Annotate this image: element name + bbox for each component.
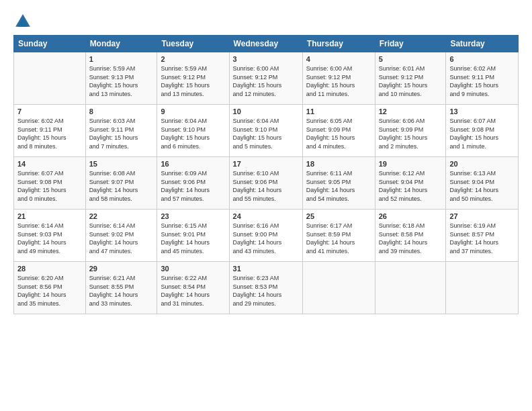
day-number: 9: [161, 107, 225, 116]
calendar-cell: 12Sunrise: 6:06 AM Sunset: 9:09 PM Dayli…: [375, 105, 446, 157]
calendar-cell: 3Sunrise: 6:00 AM Sunset: 9:12 PM Daylig…: [229, 52, 302, 105]
calendar-cell: [375, 262, 446, 314]
day-number: 6: [449, 55, 515, 63]
calendar-cell: 31Sunrise: 6:23 AM Sunset: 8:53 PM Dayli…: [229, 262, 302, 314]
day-number: 5: [379, 55, 443, 63]
calendar-table: SundayMondayTuesdayWednesdayThursdayFrid…: [13, 35, 519, 314]
day-header: Tuesday: [157, 36, 229, 52]
calendar-cell: 16Sunrise: 6:09 AM Sunset: 9:06 PM Dayli…: [157, 157, 229, 210]
calendar-cell: 23Sunrise: 6:15 AM Sunset: 9:01 PM Dayli…: [157, 210, 229, 262]
calendar-cell: 14Sunrise: 6:07 AM Sunset: 9:08 PM Dayli…: [14, 157, 86, 210]
day-number: 21: [17, 212, 82, 220]
cell-content: Sunrise: 6:03 AM Sunset: 9:11 PM Dayligh…: [89, 117, 154, 150]
day-number: 16: [161, 160, 225, 168]
cell-content: Sunrise: 6:19 AM Sunset: 8:57 PM Dayligh…: [449, 222, 515, 255]
day-header: Friday: [375, 36, 446, 52]
day-number: 23: [161, 212, 225, 220]
svg-rect-2: [20, 21, 26, 27]
cell-content: Sunrise: 6:20 AM Sunset: 8:56 PM Dayligh…: [17, 274, 82, 308]
calendar-week-row: 14Sunrise: 6:07 AM Sunset: 9:08 PM Dayli…: [14, 157, 519, 210]
logo-icon: [13, 12, 32, 31]
calendar-week-row: 7Sunrise: 6:02 AM Sunset: 9:11 PM Daylig…: [14, 105, 519, 157]
calendar-cell: 18Sunrise: 6:11 AM Sunset: 9:05 PM Dayli…: [302, 157, 375, 210]
day-number: 29: [89, 265, 154, 273]
calendar-cell: 28Sunrise: 6:20 AM Sunset: 8:56 PM Dayli…: [14, 262, 86, 314]
header: [13, 12, 519, 31]
cell-content: Sunrise: 6:04 AM Sunset: 9:10 PM Dayligh…: [161, 117, 225, 150]
day-number: 3: [233, 55, 299, 63]
cell-content: Sunrise: 5:59 AM Sunset: 9:12 PM Dayligh…: [161, 64, 225, 98]
cell-content: Sunrise: 6:05 AM Sunset: 9:09 PM Dayligh…: [306, 117, 371, 150]
cell-content: Sunrise: 6:18 AM Sunset: 8:58 PM Dayligh…: [379, 222, 443, 255]
calendar-cell: 7Sunrise: 6:02 AM Sunset: 9:11 PM Daylig…: [14, 105, 86, 157]
calendar-cell: 21Sunrise: 6:14 AM Sunset: 9:03 PM Dayli…: [14, 210, 86, 262]
calendar-cell: 26Sunrise: 6:18 AM Sunset: 8:58 PM Dayli…: [375, 210, 446, 262]
cell-content: Sunrise: 6:23 AM Sunset: 8:53 PM Dayligh…: [233, 274, 299, 308]
cell-content: Sunrise: 6:17 AM Sunset: 8:59 PM Dayligh…: [306, 222, 371, 255]
cell-content: Sunrise: 6:01 AM Sunset: 9:12 PM Dayligh…: [379, 64, 443, 98]
cell-content: Sunrise: 6:09 AM Sunset: 9:06 PM Dayligh…: [161, 169, 225, 203]
cell-content: Sunrise: 6:13 AM Sunset: 9:04 PM Dayligh…: [449, 169, 515, 203]
day-header: Wednesday: [229, 36, 302, 52]
day-number: 14: [17, 160, 82, 168]
day-number: 15: [89, 160, 154, 168]
day-number: 11: [306, 107, 371, 116]
cell-content: Sunrise: 6:02 AM Sunset: 9:11 PM Dayligh…: [17, 117, 82, 150]
day-number: 30: [161, 265, 225, 273]
calendar-cell: 22Sunrise: 6:14 AM Sunset: 9:02 PM Dayli…: [85, 210, 157, 262]
day-number: 10: [233, 107, 299, 116]
calendar-cell: [302, 262, 375, 314]
day-number: 13: [449, 107, 515, 116]
cell-content: Sunrise: 6:22 AM Sunset: 8:54 PM Dayligh…: [161, 274, 225, 308]
day-number: 27: [449, 212, 515, 220]
cell-content: Sunrise: 6:14 AM Sunset: 9:03 PM Dayligh…: [17, 222, 82, 255]
calendar-cell: 19Sunrise: 6:12 AM Sunset: 9:04 PM Dayli…: [375, 157, 446, 210]
day-number: 1: [89, 55, 154, 63]
cell-content: Sunrise: 6:04 AM Sunset: 9:10 PM Dayligh…: [233, 117, 299, 150]
day-header: Saturday: [446, 36, 519, 52]
cell-content: Sunrise: 6:02 AM Sunset: 9:11 PM Dayligh…: [449, 64, 515, 98]
cell-content: Sunrise: 6:11 AM Sunset: 9:05 PM Dayligh…: [306, 169, 371, 203]
cell-content: Sunrise: 6:10 AM Sunset: 9:06 PM Dayligh…: [233, 169, 299, 203]
calendar-week-row: 21Sunrise: 6:14 AM Sunset: 9:03 PM Dayli…: [14, 210, 519, 262]
calendar-week-row: 28Sunrise: 6:20 AM Sunset: 8:56 PM Dayli…: [14, 262, 519, 314]
cell-content: Sunrise: 5:59 AM Sunset: 9:13 PM Dayligh…: [89, 64, 154, 98]
calendar-cell: 11Sunrise: 6:05 AM Sunset: 9:09 PM Dayli…: [302, 105, 375, 157]
cell-content: Sunrise: 6:07 AM Sunset: 9:08 PM Dayligh…: [449, 117, 515, 150]
logo: [13, 12, 35, 31]
calendar-cell: 27Sunrise: 6:19 AM Sunset: 8:57 PM Dayli…: [446, 210, 519, 262]
day-number: 26: [379, 212, 443, 220]
day-header: Sunday: [14, 36, 86, 52]
calendar-cell: 5Sunrise: 6:01 AM Sunset: 9:12 PM Daylig…: [375, 52, 446, 105]
day-number: 17: [233, 160, 299, 168]
day-number: 18: [306, 160, 371, 168]
cell-content: Sunrise: 6:16 AM Sunset: 9:00 PM Dayligh…: [233, 222, 299, 255]
cell-content: Sunrise: 6:08 AM Sunset: 9:07 PM Dayligh…: [89, 169, 154, 203]
cell-content: Sunrise: 6:07 AM Sunset: 9:08 PM Dayligh…: [17, 169, 82, 203]
cell-content: Sunrise: 6:15 AM Sunset: 9:01 PM Dayligh…: [161, 222, 225, 255]
calendar-cell: 30Sunrise: 6:22 AM Sunset: 8:54 PM Dayli…: [157, 262, 229, 314]
page: SundayMondayTuesdayWednesdayThursdayFrid…: [0, 0, 532, 321]
calendar-cell: 9Sunrise: 6:04 AM Sunset: 9:10 PM Daylig…: [157, 105, 229, 157]
calendar-cell: 25Sunrise: 6:17 AM Sunset: 8:59 PM Dayli…: [302, 210, 375, 262]
day-number: 20: [449, 160, 515, 168]
calendar-cell: 8Sunrise: 6:03 AM Sunset: 9:11 PM Daylig…: [85, 105, 157, 157]
day-number: 7: [17, 107, 82, 116]
cell-content: Sunrise: 6:14 AM Sunset: 9:02 PM Dayligh…: [89, 222, 154, 255]
calendar-cell: 10Sunrise: 6:04 AM Sunset: 9:10 PM Dayli…: [229, 105, 302, 157]
calendar-cell: 1Sunrise: 5:59 AM Sunset: 9:13 PM Daylig…: [85, 52, 157, 105]
day-number: 24: [233, 212, 299, 220]
calendar-cell: 6Sunrise: 6:02 AM Sunset: 9:11 PM Daylig…: [446, 52, 519, 105]
calendar-week-row: 1Sunrise: 5:59 AM Sunset: 9:13 PM Daylig…: [14, 52, 519, 105]
cell-content: Sunrise: 6:21 AM Sunset: 8:55 PM Dayligh…: [89, 274, 154, 308]
calendar-cell: 24Sunrise: 6:16 AM Sunset: 9:00 PM Dayli…: [229, 210, 302, 262]
day-number: 25: [306, 212, 371, 220]
calendar-cell: 17Sunrise: 6:10 AM Sunset: 9:06 PM Dayli…: [229, 157, 302, 210]
calendar-cell: [14, 52, 86, 105]
day-number: 2: [161, 55, 225, 63]
day-number: 8: [89, 107, 154, 116]
day-header: Monday: [85, 36, 157, 52]
calendar-cell: 4Sunrise: 6:00 AM Sunset: 9:12 PM Daylig…: [302, 52, 375, 105]
day-number: 28: [17, 265, 82, 273]
calendar-cell: 29Sunrise: 6:21 AM Sunset: 8:55 PM Dayli…: [85, 262, 157, 314]
